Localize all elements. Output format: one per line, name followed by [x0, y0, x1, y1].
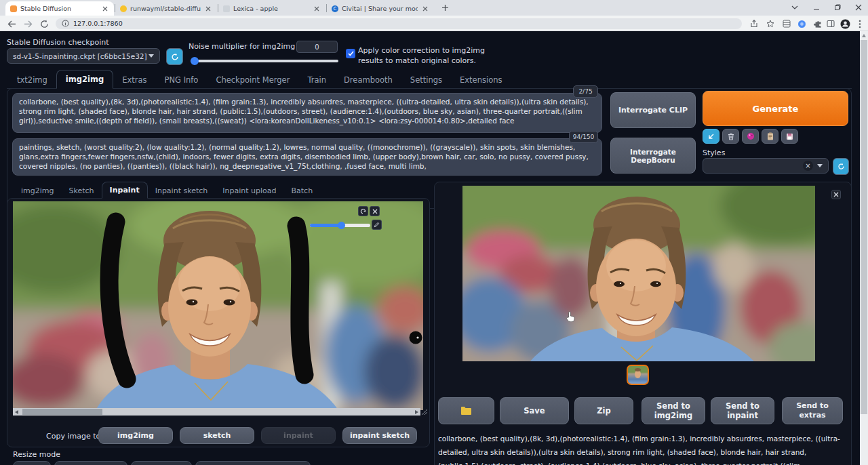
- profile-avatar[interactable]: [840, 18, 850, 29]
- prompt-tools: [703, 129, 798, 144]
- tab-close-icon[interactable]: [421, 5, 429, 13]
- noise-multiplier-input[interactable]: 0: [296, 41, 338, 53]
- tab-train[interactable]: Train: [298, 71, 335, 89]
- browser-tab-runwayml[interactable]: runwayml/stable-diffusion-inpa: [115, 1, 217, 16]
- tab-extras[interactable]: Extras: [113, 71, 155, 89]
- site-info-icon[interactable]: [62, 20, 69, 27]
- undo-button[interactable]: [358, 206, 368, 216]
- browser-toolbar: 127.0.0.1:7860: [0, 16, 868, 31]
- send-to-extras-button[interactable]: Send to extras: [782, 397, 843, 424]
- gallery-thumbnail-selected[interactable]: [627, 365, 649, 385]
- tab-dreambooth[interactable]: Dreambooth: [335, 71, 401, 89]
- address-bar[interactable]: 127.0.0.1:7860: [56, 18, 742, 29]
- negative-prompt-textarea[interactable]: paintings, sketch, (worst quality:2), (l…: [12, 138, 602, 176]
- zip-button[interactable]: Zip: [574, 397, 633, 424]
- refresh-icon: [171, 53, 179, 61]
- tab-close-icon[interactable]: [101, 5, 109, 13]
- mode-tab-img2img[interactable]: img2img: [14, 183, 62, 199]
- save-button[interactable]: Save: [500, 397, 569, 424]
- mode-tab-inpaint-sketch[interactable]: Inpaint sketch: [148, 183, 216, 199]
- window-chevron-icon[interactable]: [789, 2, 800, 13]
- forward-icon[interactable]: [22, 18, 33, 29]
- undo-icon: [360, 208, 366, 214]
- reload-icon[interactable]: [39, 18, 50, 29]
- color-correction-checkbox[interactable]: [346, 49, 355, 58]
- bookmark-star-icon[interactable]: [765, 18, 776, 29]
- clear-prompt-button[interactable]: [722, 129, 739, 144]
- save-style-button[interactable]: [781, 129, 798, 144]
- window-restore-button[interactable]: [832, 2, 843, 13]
- resize-grip-icon[interactable]: [421, 409, 428, 416]
- mode-tab-batch[interactable]: Batch: [284, 183, 321, 199]
- window-close-button[interactable]: [853, 2, 864, 13]
- close-output-button[interactable]: [831, 190, 841, 199]
- mode-tab-sketch[interactable]: Sketch: [62, 183, 102, 199]
- inpaint-source-image[interactable]: [13, 201, 423, 410]
- checkpoint-dropdown[interactable]: sd-v1-5-inpainting.ckpt [c6bbc15e32]: [7, 48, 160, 64]
- interrogate-clip-button[interactable]: Interrogate CLIP: [610, 92, 696, 128]
- tab-txt2img[interactable]: txt2img: [8, 71, 56, 89]
- brush-button[interactable]: [372, 220, 382, 230]
- share-icon[interactable]: [749, 18, 760, 29]
- inpaint-canvas[interactable]: [13, 201, 423, 410]
- browser-menu-icon[interactable]: [854, 18, 865, 29]
- mode-tab-inpaint[interactable]: Inpaint: [102, 182, 148, 199]
- slider-handle[interactable]: [338, 222, 345, 229]
- scroll-up-icon[interactable]: [862, 34, 866, 37]
- send-to-img2img-button[interactable]: Send to img2img: [642, 397, 705, 424]
- resize-option-just-resize[interactable]: [13, 461, 51, 465]
- url-text: 127.0.0.1:7860: [73, 20, 123, 27]
- tab-img2img[interactable]: img2img: [56, 70, 113, 89]
- tab-png-info[interactable]: PNG Info: [156, 71, 208, 89]
- resize-option-latent-upscale[interactable]: [195, 461, 311, 465]
- browser-tab-stable-diffusion[interactable]: Stable Diffusion: [5, 1, 114, 16]
- browser-tab-civitai[interactable]: C Civitai | Share your models: [327, 1, 434, 16]
- tab-close-icon[interactable]: [204, 5, 212, 13]
- noise-multiplier-slider[interactable]: [191, 57, 338, 65]
- extensions-puzzle-icon[interactable]: [812, 18, 823, 29]
- hand-cursor: [566, 311, 575, 322]
- copy-to-inpaint-sketch-button[interactable]: inpaint sketch: [342, 427, 417, 444]
- side-panel-icon[interactable]: [825, 18, 836, 29]
- clear-image-button[interactable]: [370, 206, 380, 216]
- scrollbar-thumb[interactable]: [861, 40, 867, 414]
- clear-styles-icon[interactable]: ×: [803, 161, 813, 171]
- browser-tab-lexica[interactable]: Lexica - apple: [218, 1, 326, 16]
- open-folder-button[interactable]: [438, 397, 494, 424]
- window-minimize-button[interactable]: [811, 2, 822, 13]
- interrogate-deepbooru-button[interactable]: Interrogate DeepBooru: [610, 138, 696, 174]
- page-scrollbar[interactable]: [860, 31, 868, 465]
- copy-to-img2img-button[interactable]: img2img: [98, 427, 173, 444]
- generate-button[interactable]: Generate: [703, 91, 848, 126]
- folder-icon: [460, 406, 472, 416]
- slider-handle[interactable]: [191, 57, 199, 65]
- tab-extensions[interactable]: Extensions: [451, 71, 511, 89]
- tab-close-icon[interactable]: [313, 5, 321, 13]
- blue-extension-icon[interactable]: [796, 18, 807, 29]
- palette-icon: [747, 132, 755, 140]
- refresh-checkpoints-button[interactable]: [166, 48, 183, 65]
- send-to-inpaint-button[interactable]: Send to inpaint: [711, 397, 774, 424]
- canvas-horizontal-scrollbar[interactable]: [13, 408, 420, 416]
- new-tab-button[interactable]: [439, 2, 450, 13]
- tab-group-extension-icon[interactable]: [781, 18, 792, 29]
- prompt-textarea[interactable]: collarbone, (best quality),(8k, 3d),(pho…: [12, 93, 602, 133]
- resize-option-resize-and-fill[interactable]: [131, 461, 192, 465]
- back-icon[interactable]: [6, 18, 17, 29]
- output-image[interactable]: [462, 186, 815, 361]
- apply-style-button[interactable]: [762, 129, 778, 144]
- tab-title: Stable Diffusion: [20, 5, 98, 12]
- copy-to-sketch-button[interactable]: sketch: [180, 427, 254, 444]
- tab-settings[interactable]: Settings: [401, 71, 451, 89]
- brush-size-slider[interactable]: [310, 221, 370, 229]
- scrollbar-thumb[interactable]: [22, 409, 102, 415]
- scroll-right-icon[interactable]: [415, 410, 418, 414]
- refresh-styles-button[interactable]: [833, 158, 849, 175]
- resize-option-crop-and-resize[interactable]: [54, 461, 127, 465]
- scroll-left-icon[interactable]: [15, 410, 18, 414]
- tab-checkpoint-merger[interactable]: Checkpoint Merger: [207, 71, 298, 89]
- extra-networks-button[interactable]: [742, 129, 759, 144]
- mode-tab-inpaint-upload[interactable]: Inpaint upload: [215, 183, 283, 199]
- styles-dropdown[interactable]: ×: [703, 158, 829, 174]
- paste-generation-params-button[interactable]: [703, 129, 719, 144]
